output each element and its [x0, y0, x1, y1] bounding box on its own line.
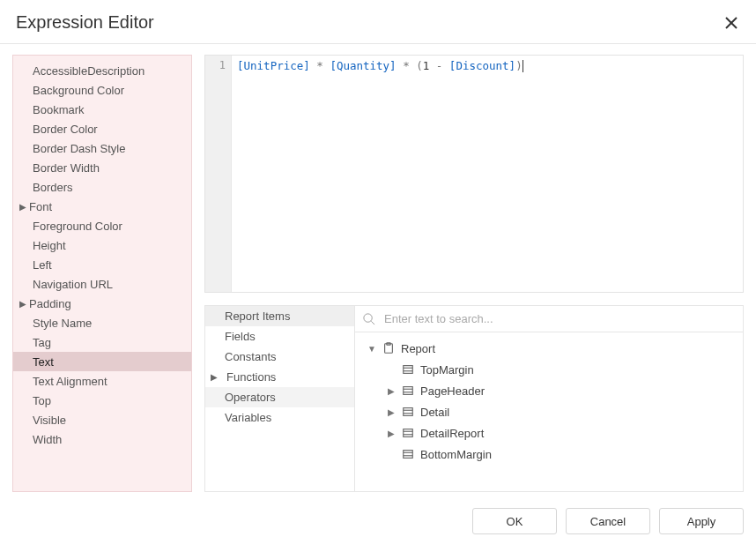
- property-item-label: Height: [33, 239, 66, 252]
- property-item[interactable]: Style Name: [13, 313, 191, 332]
- property-item-label: Bookmark: [33, 103, 85, 116]
- category-item-label: Fields: [225, 330, 256, 343]
- property-item-label: Visible: [33, 414, 66, 427]
- property-item[interactable]: Background Color: [13, 80, 191, 100]
- editor-code-area[interactable]: [UnitPrice] * [Quantity] * (1 - [Discoun…: [232, 56, 743, 292]
- category-item[interactable]: Variables: [205, 407, 354, 428]
- close-icon: [724, 16, 738, 30]
- tree-node-label: PageHeader: [420, 384, 485, 398]
- property-item-label: Border Dash Style: [33, 142, 126, 155]
- token-field-unitprice: [UnitPrice]: [237, 59, 310, 72]
- search-input[interactable]: [382, 311, 736, 326]
- property-item-label: Border Width: [33, 161, 100, 175]
- clipboard-icon: [382, 341, 396, 355]
- property-item[interactable]: Bookmark: [13, 100, 191, 119]
- band-icon: [401, 384, 415, 398]
- property-item[interactable]: Navigation URL: [13, 274, 191, 294]
- band-icon: [401, 405, 415, 419]
- property-item[interactable]: Border Dash Style: [13, 138, 191, 158]
- tree-node-label: Report: [401, 342, 435, 355]
- property-item-label: Navigation URL: [33, 278, 113, 291]
- svg-line-3: [371, 321, 374, 324]
- property-item[interactable]: Left: [13, 255, 191, 274]
- expression-code-editor[interactable]: 1 [UnitPrice] * [Quantity] * (1 - [Disco…: [204, 55, 744, 293]
- category-item-label: Operators: [225, 391, 276, 404]
- search-row: [355, 306, 743, 332]
- token-op-star1: *: [310, 59, 330, 72]
- band-icon: [401, 447, 415, 461]
- property-item-label: Text Alignment: [33, 375, 107, 388]
- helper-panel: Report ItemsFieldsConstants▶FunctionsOpe…: [204, 305, 744, 492]
- category-item-label: Constants: [225, 350, 277, 363]
- properties-panel[interactable]: AccessibleDescriptionBackground ColorBoo…: [12, 55, 192, 492]
- dialog-footer: OK Cancel Apply: [0, 499, 756, 552]
- property-item[interactable]: Text Alignment: [13, 371, 191, 391]
- property-item[interactable]: Tag: [13, 332, 191, 352]
- token-open-paren: (: [416, 59, 423, 72]
- property-item[interactable]: Text: [13, 352, 191, 371]
- tree-node-label: TopMargin: [420, 363, 474, 377]
- tree-node-label: DetailReport: [420, 427, 484, 440]
- search-icon: [362, 312, 375, 325]
- svg-rect-12: [404, 408, 413, 416]
- property-item[interactable]: Width: [13, 429, 191, 449]
- cancel-button[interactable]: Cancel: [566, 508, 650, 534]
- svg-point-2: [364, 314, 372, 322]
- property-item-label: Tag: [33, 336, 51, 349]
- tree-toggle-icon[interactable]: ▶: [385, 407, 397, 417]
- property-item[interactable]: ▶Font: [13, 197, 191, 216]
- token-op-star2: *: [397, 59, 417, 72]
- tree-node[interactable]: ▼Report: [359, 338, 739, 359]
- tree-node-label: Detail: [420, 406, 449, 419]
- band-icon: [401, 362, 415, 377]
- category-item-label: Variables: [225, 411, 271, 424]
- property-item[interactable]: ▶Padding: [13, 294, 191, 313]
- expand-arrow-icon: ▶: [19, 299, 27, 309]
- svg-rect-9: [404, 387, 413, 395]
- category-item-label: Report Items: [225, 310, 290, 323]
- dialog-body: AccessibleDescriptionBackground ColorBoo…: [0, 44, 756, 499]
- category-list[interactable]: Report ItemsFieldsConstants▶FunctionsOpe…: [205, 306, 355, 491]
- category-item[interactable]: Report Items: [205, 306, 354, 326]
- tree-node[interactable]: BottomMargin: [359, 444, 739, 465]
- tree-toggle-icon[interactable]: ▶: [385, 386, 397, 396]
- tree-toggle-icon[interactable]: ▼: [366, 344, 378, 354]
- tree-node[interactable]: ▶PageHeader: [359, 380, 739, 401]
- property-item[interactable]: Border Width: [13, 158, 191, 177]
- tree-node[interactable]: TopMargin: [359, 359, 739, 380]
- editor-gutter: 1: [205, 56, 232, 292]
- property-item[interactable]: Height: [13, 235, 191, 255]
- tree-node[interactable]: ▶DetailReport: [359, 422, 739, 444]
- tree-node[interactable]: ▶Detail: [359, 401, 739, 422]
- property-item-label: Font: [29, 200, 52, 213]
- property-item[interactable]: Visible: [13, 410, 191, 429]
- category-item[interactable]: Constants: [205, 347, 354, 367]
- line-number: 1: [205, 59, 226, 71]
- token-field-discount: [Discount]: [449, 59, 515, 72]
- dialog-header: Expression Editor: [0, 0, 756, 44]
- items-panel: ▼ReportTopMargin▶PageHeader▶Detail▶Detai…: [355, 306, 743, 491]
- property-item[interactable]: Top: [13, 391, 191, 410]
- property-item[interactable]: Foreground Color: [13, 216, 191, 235]
- ok-button[interactable]: OK: [472, 508, 557, 534]
- category-item[interactable]: ▶Functions: [205, 367, 354, 387]
- property-item[interactable]: Borders: [13, 177, 191, 197]
- expand-arrow-icon: ▶: [19, 202, 27, 212]
- dialog-title: Expression Editor: [16, 12, 154, 33]
- right-pane: 1 [UnitPrice] * [Quantity] * (1 - [Disco…: [204, 55, 744, 492]
- apply-button[interactable]: Apply: [659, 508, 744, 534]
- tree-node-label: BottomMargin: [420, 448, 492, 461]
- svg-rect-15: [404, 429, 413, 437]
- property-item[interactable]: AccessibleDescription: [13, 61, 191, 80]
- property-item-label: Text: [33, 355, 54, 369]
- category-item[interactable]: Operators: [205, 387, 354, 407]
- property-item-label: Top: [33, 394, 51, 407]
- band-icon: [401, 426, 415, 440]
- report-items-tree[interactable]: ▼ReportTopMargin▶PageHeader▶Detail▶Detai…: [355, 332, 743, 491]
- property-item[interactable]: Border Color: [13, 119, 191, 138]
- close-button[interactable]: [723, 14, 740, 32]
- tree-toggle-icon[interactable]: ▶: [385, 429, 397, 438]
- token-op-minus: -: [429, 59, 449, 72]
- category-item[interactable]: Fields: [205, 326, 354, 347]
- expand-arrow-icon: ▶: [211, 372, 219, 382]
